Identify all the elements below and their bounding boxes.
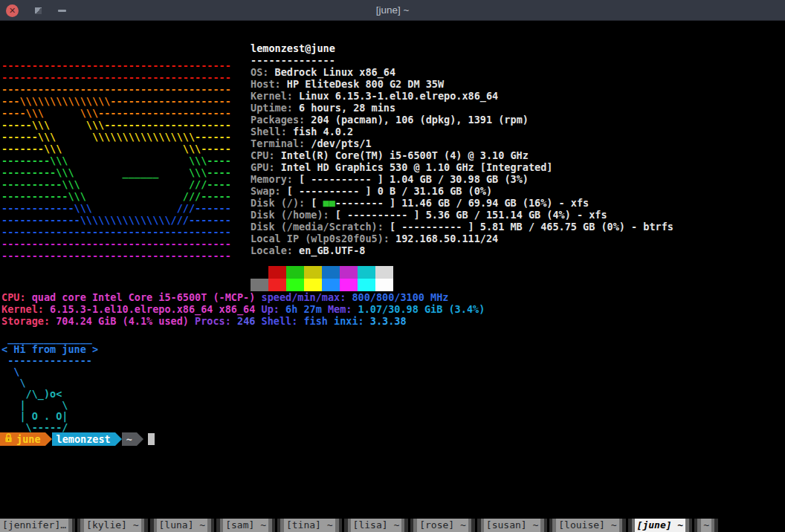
- tab-fade-right: [268, 519, 275, 532]
- cowsay-line: ______________: [1, 333, 98, 344]
- palette-swatch: [268, 266, 286, 279]
- tab-label: ~: [701, 519, 711, 532]
- info-line: Disk (/home): [ ---------- ] 5.36 GB / 1…: [251, 209, 673, 221]
- tab-label: [louise] ~: [556, 519, 618, 532]
- close-icon: ✕: [9, 6, 16, 16]
- tab[interactable]: [sam] ~: [216, 519, 275, 532]
- minimize-icon[interactable]: [58, 10, 66, 12]
- info-line: Swap: [ ---------- ] 0 B / 31.16 GB (0%): [251, 185, 673, 197]
- palette-swatch: [286, 266, 304, 279]
- inxi-line: CPU: quad core Intel Core i5-6500T (-MCP…: [1, 291, 485, 303]
- tab-label: [susan] ~: [484, 519, 540, 532]
- logo-line: --------------------------------------: [1, 59, 231, 71]
- tab-label: [sam] ~: [223, 519, 268, 532]
- tab-fade-left: [77, 519, 84, 532]
- cowsay-line: | \: [1, 400, 98, 411]
- palette-swatch: [340, 266, 358, 279]
- tab[interactable]: [susan] ~: [477, 519, 547, 532]
- palette-swatch: [322, 279, 340, 291]
- tab[interactable]: [luna] ~: [150, 519, 215, 532]
- tab-fade-left: [628, 519, 635, 532]
- tab[interactable]: [louise] ~: [549, 519, 625, 532]
- tab-label: [rose] ~: [417, 519, 468, 532]
- inxi-line: Kernel: 6.15.3-1.el10.elrepo.x86_64 x86_…: [1, 303, 485, 315]
- restore-icon[interactable]: [35, 7, 42, 14]
- info-line: Locale: en_GB.UTF-8: [251, 244, 673, 256]
- logo-line: --------------------------------------: [1, 250, 231, 262]
- info-line: --------------: [251, 54, 673, 66]
- tab-fade-left: [277, 519, 284, 532]
- tab[interactable]: [kylie] ~: [77, 519, 147, 532]
- close-button[interactable]: ✕: [6, 4, 19, 17]
- shell-prompt: junelemonzest~: [0, 432, 155, 446]
- tab[interactable]: [rose] ~: [410, 519, 475, 532]
- tab[interactable]: ~: [694, 519, 718, 532]
- tab-fade-left: [549, 519, 556, 532]
- info-line: Memory: [ ---------- ] 1.04 GB / 30.98 G…: [251, 173, 673, 185]
- logo-line: ---------\\\ ______ \\\----: [1, 166, 231, 178]
- tab-fade-right: [711, 519, 718, 532]
- tab-fade-left: [344, 519, 351, 532]
- prompt-text: ~: [126, 432, 132, 446]
- tab-label: [kylie] ~: [84, 519, 140, 532]
- tab-fade-right: [335, 519, 342, 532]
- tab-bar: [jennifer]…[kylie] ~[luna] ~[sam] ~[tina…: [0, 519, 785, 532]
- tab-label: [tina] ~: [284, 519, 335, 532]
- cowsay-line: \-----/: [1, 422, 98, 433]
- cowsay-line: --------------: [1, 355, 98, 366]
- palette-swatch: [375, 266, 393, 279]
- inxi-output: CPU: quad core Intel Core i5-6500T (-MCP…: [1, 291, 485, 327]
- powerline-arrow-icon: [137, 432, 143, 446]
- palette-swatch: [304, 279, 322, 291]
- palette-swatch: [268, 279, 286, 291]
- tab-fade-right: [619, 519, 626, 532]
- info-line: Disk (/): [ ■■-------- ] 11.46 GB / 69.9…: [251, 197, 673, 209]
- info-line: OS: Bedrock Linux x86_64: [251, 66, 673, 78]
- palette-row-bright: [251, 279, 393, 291]
- tab-fade-left: [216, 519, 223, 532]
- tab-fade-left: [150, 519, 157, 532]
- logo-line: --------------------------------------: [1, 71, 231, 83]
- tab-fade-right: [685, 519, 692, 532]
- tab-fade-right: [401, 519, 408, 532]
- logo-line: --------------------------------------: [1, 238, 231, 250]
- bedrock-ascii-logo: ----------------------------------------…: [1, 59, 231, 262]
- titlebar: ✕ [june] ~: [0, 0, 785, 21]
- tab-active[interactable]: [june] ~: [628, 519, 693, 532]
- info-line: lemonzest@june: [251, 42, 673, 54]
- tab-label: [lisa] ~: [351, 519, 402, 532]
- palette-swatch: [322, 266, 340, 279]
- logo-line: -----------\\\ ///-----: [1, 190, 231, 202]
- palette-swatch: [304, 266, 322, 279]
- info-line: GPU: Intel HD Graphics 530 @ 1.10 GHz [I…: [251, 161, 673, 173]
- terminal-window: ✕ [june] ~ -----------------------------…: [0, 0, 785, 532]
- tab-fade-right: [68, 519, 75, 532]
- logo-line: -----\\\ \\\---------------------: [1, 119, 231, 131]
- tab-fade-right: [540, 519, 547, 532]
- lock-icon: [4, 432, 13, 446]
- info-line: Host: HP EliteDesk 800 G2 DM 35W: [251, 78, 673, 90]
- info-line: Local IP (wlp0s20f0u5): 192.168.50.111/2…: [251, 233, 673, 244]
- tab[interactable]: [jennifer]…: [0, 519, 75, 532]
- info-line: Kernel: Linux 6.15.3-1.el10.elrepo.x86_6…: [251, 90, 673, 102]
- terminal-color-palette: [251, 266, 393, 291]
- logo-line: ----------\\\ ///----: [1, 178, 231, 190]
- inxi-line: Storage: 704.24 GiB (4.1% used) Procs: 2…: [1, 315, 485, 327]
- tab-fade-left: [410, 519, 417, 532]
- logo-line: ------\\\ \\\\\\\\\\\\\\\\\------: [1, 131, 231, 143]
- palette-swatch: [358, 266, 375, 279]
- info-line: Packages: 204 (pacman), 106 (dpkg), 1391…: [251, 114, 673, 126]
- tab[interactable]: [lisa] ~: [344, 519, 409, 532]
- cowsay-line: /\_)o<: [1, 389, 98, 400]
- cowsay-line: \: [1, 377, 98, 389]
- palette-row-normal: [251, 266, 393, 279]
- prompt-text: lemonzest: [56, 432, 111, 446]
- info-line: CPU: Intel(R) Core(TM) i5-6500T (4) @ 3.…: [251, 149, 673, 161]
- terminal-screen[interactable]: ----------------------------------------…: [0, 21, 785, 532]
- palette-swatch: [358, 279, 375, 291]
- logo-line: --------------------------------------: [1, 226, 231, 238]
- tab-fade-right: [207, 519, 214, 532]
- tab[interactable]: [tina] ~: [277, 519, 342, 532]
- cowsay-output: ______________< Hi from june > ---------…: [1, 333, 98, 433]
- info-line: Disk (/media/Scratch): [ ---------- ] 5.…: [251, 221, 673, 233]
